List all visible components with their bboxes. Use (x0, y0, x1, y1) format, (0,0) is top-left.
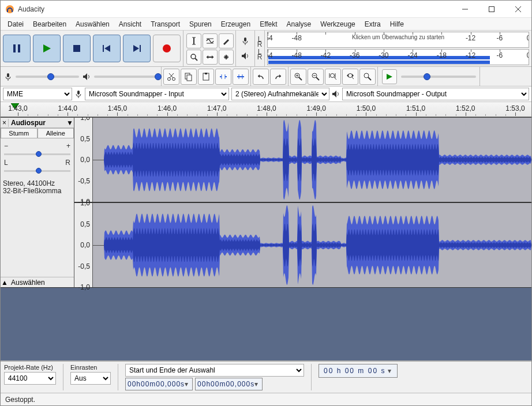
selection-end-time[interactable]: 00h00m00,000s▾ (195, 378, 263, 390)
svg-marker-44 (258, 74, 260, 78)
recording-meter[interactable]: Klicken um Überwachung zu starten -54-48… (267, 32, 529, 48)
play-meter-speaker-icon[interactable] (238, 49, 253, 63)
copy-button[interactable] (181, 69, 197, 85)
menu-auswaehlen[interactable]: Auswählen (71, 18, 114, 30)
mute-button[interactable]: Stumm (1, 128, 38, 138)
project-rate-select[interactable]: 44100 (4, 372, 56, 385)
solo-button[interactable]: Alleine (38, 128, 74, 138)
vertical-scale-right[interactable]: 1,00,50,0-0,5-1,0 (74, 203, 93, 287)
play-meter-lr: LR (256, 50, 263, 60)
playback-volume-slider[interactable] (94, 76, 158, 78)
zoom-toolbar (289, 67, 378, 86)
vertical-scale-left[interactable]: 1,00,50,0-0,5-1,0 (74, 118, 93, 202)
audio-position-display[interactable]: 00 h 00 m 00 s▾ (319, 364, 398, 378)
selection-mode-select[interactable]: Start und Ende der Auswahl (125, 364, 304, 377)
waveform-channel-left[interactable]: 1,00,50,0-0,5-1,0 (74, 117, 531, 202)
status-text: Gestoppt. (5, 396, 35, 404)
track-name[interactable]: Audiospur (9, 119, 66, 127)
selection-tool[interactable] (186, 33, 201, 48)
menu-effekt[interactable]: Effekt (255, 18, 282, 30)
snap-select[interactable]: Aus (70, 372, 111, 385)
menu-werkzeuge[interactable]: Werkzeuge (316, 18, 359, 30)
svg-point-61 (364, 73, 369, 78)
svg-marker-45 (279, 74, 281, 78)
track-gain-slider[interactable] (4, 153, 70, 155)
snap-label: Einrasten (70, 364, 111, 371)
timeshift-tool[interactable] (203, 50, 218, 65)
draw-tool[interactable] (219, 33, 234, 48)
selection-start-time[interactable]: 00h00m00,000s▾ (125, 378, 193, 390)
silence-button[interactable] (233, 69, 249, 85)
svg-marker-63 (387, 74, 392, 80)
menu-ansicht[interactable]: Ansicht (114, 18, 146, 30)
envelope-tool[interactable] (203, 33, 218, 48)
svg-rect-7 (13, 44, 16, 52)
menu-erzeugen[interactable]: Erzeugen (216, 18, 255, 30)
recording-channels-select[interactable]: 2 (Stereo) Aufnahmekanäle (231, 88, 329, 100)
zoom-in-button[interactable] (290, 69, 306, 85)
mic-icon (74, 90, 83, 98)
playback-meter[interactable]: -54-48-42-36-30-24-18-12-60 (267, 49, 529, 65)
track-control-panel[interactable]: × Audiospur ▼ Stumm Alleine −+ LR Stereo… (1, 117, 74, 288)
svg-line-62 (368, 77, 371, 80)
waveform-channel-right[interactable]: 1,00,50,0-0,5-1,0 (74, 202, 531, 288)
stop-button[interactable] (63, 35, 91, 62)
trim-button[interactable] (215, 69, 231, 85)
play-at-speed-button[interactable] (382, 69, 397, 84)
maximize-button[interactable] (478, 1, 505, 18)
recording-volume-slider[interactable] (16, 76, 79, 78)
mixer-toolbar (1, 67, 162, 86)
menu-extra[interactable]: Extra (360, 18, 385, 30)
menu-spuren[interactable]: Spuren (185, 18, 216, 30)
toolbar-row-1: LR LR Klicken um Überwachung zu starten … (1, 31, 531, 67)
paste-button[interactable] (198, 69, 214, 85)
undo-button[interactable] (253, 69, 269, 85)
fit-selection-button[interactable] (325, 69, 341, 85)
zoom-toggle-button[interactable] (359, 69, 376, 85)
cut-button[interactable] (163, 69, 179, 85)
skip-end-button[interactable] (123, 35, 151, 62)
transport-toolbar (1, 31, 183, 66)
zoom-tool[interactable] (186, 50, 201, 65)
titlebar: Audacity (1, 1, 531, 18)
redo-button[interactable] (270, 69, 286, 85)
svg-point-37 (173, 77, 175, 80)
play-button[interactable] (33, 35, 61, 62)
close-button[interactable] (505, 1, 531, 18)
zoom-out-button[interactable] (308, 69, 324, 85)
rec-meter-mic-icon[interactable] (238, 34, 253, 48)
svg-point-36 (168, 77, 171, 80)
menu-bearbeiten[interactable]: Bearbeiten (28, 18, 71, 30)
playback-device-select[interactable]: Microsoft Soundmapper - Output (342, 88, 529, 100)
svg-marker-32 (242, 52, 246, 59)
menu-hilfe[interactable]: Hilfe (385, 18, 409, 30)
edit-toolbar (162, 67, 251, 86)
recording-device-select[interactable]: Microsoft Soundmapper - Input (85, 88, 229, 100)
track-close-button[interactable]: × (1, 119, 9, 127)
undo-toolbar (251, 67, 289, 86)
menu-datei[interactable]: Datei (3, 18, 28, 30)
record-button[interactable] (153, 35, 181, 62)
menu-analyse[interactable]: Analyse (282, 18, 316, 30)
menu-transport[interactable]: Transport (146, 18, 185, 30)
svg-line-38 (170, 73, 174, 78)
skip-start-button[interactable] (93, 35, 121, 62)
minimize-button[interactable] (452, 1, 478, 18)
svg-marker-24 (207, 55, 208, 59)
playback-speed-slider[interactable] (401, 76, 476, 78)
multi-tool[interactable] (219, 50, 234, 65)
track-menu-dropdown[interactable]: ▼ (66, 119, 74, 127)
pause-button[interactable] (3, 35, 31, 62)
fit-project-button[interactable] (342, 69, 358, 85)
audio-host-select[interactable]: MME (3, 88, 72, 100)
timeline-ruler[interactable]: 1:43,01:44,01:45,01:46,01:47,01:48,01:49… (1, 102, 531, 117)
svg-marker-9 (43, 44, 51, 52)
svg-marker-13 (133, 45, 139, 52)
svg-marker-12 (104, 45, 110, 52)
track-select-button[interactable]: Auswählen (9, 279, 74, 287)
empty-track-area[interactable] (1, 288, 531, 360)
track-collapse-button[interactable]: ▲ (1, 279, 9, 287)
svg-rect-4 (489, 6, 494, 12)
track-pan-slider[interactable] (4, 170, 70, 172)
toolbar-row-2 (1, 67, 531, 87)
